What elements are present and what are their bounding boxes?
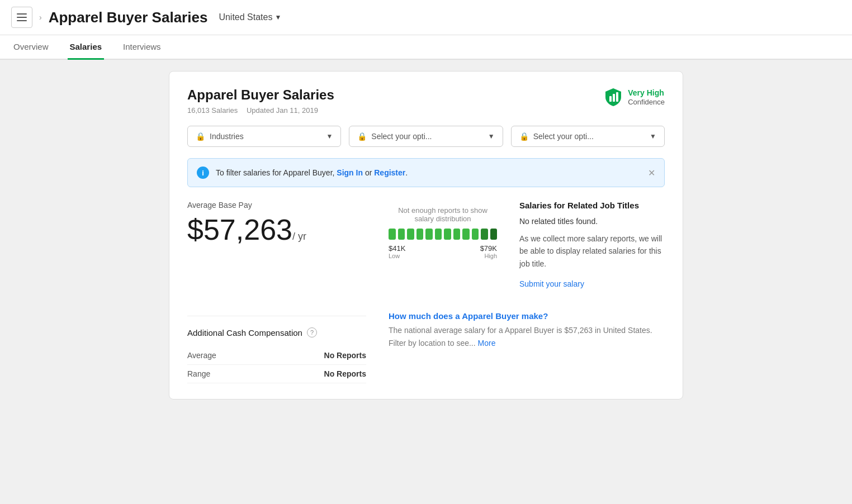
bar-seg-11	[481, 229, 488, 240]
how-much-title: How much does a Apparel Buyer make?	[389, 311, 665, 321]
related-none: No related titles found.	[519, 217, 665, 226]
salary-chart-area: Not enough reports to show salary distri…	[389, 201, 497, 259]
salary-count: 16,013 Salaries	[187, 106, 238, 115]
related-title: Salaries for Related Job Titles	[519, 201, 665, 210]
lock-icon-1: 🔒	[196, 132, 205, 141]
industries-filter[interactable]: 🔒 Industries ▼	[187, 126, 341, 147]
salary-amount: $57,263/ yr	[187, 214, 366, 246]
close-icon[interactable]: ✕	[648, 168, 655, 178]
more-link[interactable]: More	[478, 339, 496, 348]
salary-section: Average Base Pay $57,263/ yr Not enough …	[187, 201, 665, 289]
svg-rect-2	[616, 92, 618, 102]
tab-salaries[interactable]: Salaries	[68, 35, 105, 60]
card-meta: 16,013 Salaries Updated Jan 11, 2019	[187, 106, 334, 115]
filters-row: 🔒 Industries ▼ 🔒 Select your opti... ▼ 🔒…	[187, 126, 665, 147]
filter-3-label: Select your opti...	[533, 132, 645, 141]
additional-cash: Additional Cash Compensation ? Average N…	[187, 316, 366, 383]
bar-seg-6	[435, 229, 442, 240]
bar-label-high-area: $79K High	[480, 244, 497, 259]
bar-seg-7	[444, 229, 451, 240]
info-banner: i To filter salaries for Apparel Buyer, …	[187, 158, 665, 187]
bar-seg-8	[453, 229, 461, 240]
updated-date: Updated Jan 11, 2019	[247, 106, 318, 115]
breadcrumb-arrow: ›	[39, 13, 42, 22]
info-banner-text: To filter salaries for Apparel Buyer, Si…	[216, 168, 408, 177]
lock-icon-3: 🔒	[519, 132, 529, 141]
confidence-shield-icon	[603, 87, 623, 107]
chevron-down-icon-1: ▼	[326, 132, 333, 140]
main-content: Apparel Buyer Salaries 16,013 Salaries U…	[158, 60, 694, 411]
location-chevron-icon: ▼	[274, 13, 281, 21]
info-banner-left: i To filter salaries for Apparel Buyer, …	[197, 167, 408, 179]
confidence-label: Very High	[628, 88, 665, 98]
info-circle-icon: i	[197, 167, 209, 179]
submit-salary-link[interactable]: Submit your salary	[519, 279, 584, 288]
bar-low-value: $41K	[389, 244, 405, 253]
hamburger-button[interactable]	[11, 7, 32, 28]
question-icon[interactable]: ?	[307, 327, 317, 337]
filter-3[interactable]: 🔒 Select your opti... ▼	[511, 126, 665, 147]
range-value: No Reports	[324, 369, 366, 378]
range-cash-row: Range No Reports	[187, 365, 366, 383]
industries-label: Industries	[210, 132, 321, 141]
card-title-area: Apparel Buyer Salaries 16,013 Salaries U…	[187, 87, 334, 115]
card-header: Apparel Buyer Salaries 16,013 Salaries U…	[187, 87, 665, 115]
bar-high-label: High	[480, 253, 497, 259]
salary-card: Apparel Buyer Salaries 16,013 Salaries U…	[169, 71, 683, 400]
card-title: Apparel Buyer Salaries	[187, 87, 334, 103]
bottom-section: Additional Cash Compensation ? Average N…	[187, 298, 665, 383]
confidence-text-area: Very High Confidence	[628, 88, 665, 106]
additional-cash-header: Additional Cash Compensation ?	[187, 327, 366, 337]
average-cash-row: Average No Reports	[187, 346, 366, 365]
bar-seg-9	[462, 229, 470, 240]
additional-cash-title: Additional Cash Compensation	[187, 328, 302, 337]
avg-base-label: Average Base Pay	[187, 201, 366, 210]
range-label: Range	[187, 369, 210, 378]
location-text: United States	[219, 12, 272, 22]
bar-seg-2	[398, 229, 405, 240]
chart-note: Not enough reports to show salary distri…	[389, 206, 497, 223]
bottom-right: How much does a Apparel Buyer make? The …	[389, 298, 665, 383]
tabs-bar: Overview Salaries Interviews	[0, 35, 852, 60]
chevron-down-icon-3: ▼	[650, 132, 656, 140]
svg-rect-1	[613, 94, 615, 102]
page-title: Apparel Buyer Salaries	[49, 9, 208, 26]
svg-rect-0	[609, 96, 612, 102]
bar-seg-5	[425, 229, 433, 240]
location-selector[interactable]: United States ▼	[219, 12, 281, 22]
bar-labels: $41K Low $79K High	[389, 244, 497, 259]
bar-seg-1	[389, 229, 396, 240]
bar-seg-12	[490, 229, 498, 240]
related-desc: As we collect more salary reports, we wi…	[519, 232, 665, 270]
confidence-sub: Confidence	[628, 98, 665, 106]
tab-overview[interactable]: Overview	[11, 35, 51, 60]
chevron-down-icon-2: ▼	[488, 132, 495, 140]
salary-left: Average Base Pay $57,263/ yr	[187, 201, 366, 246]
bar-seg-3	[407, 229, 414, 240]
average-label: Average	[187, 351, 216, 360]
top-bar: › Apparel Buyer Salaries United States ▼	[0, 0, 852, 35]
tab-interviews[interactable]: Interviews	[121, 35, 163, 60]
average-value: No Reports	[324, 351, 366, 360]
filter-2-label: Select your opti...	[371, 132, 483, 141]
bar-seg-4	[416, 229, 424, 240]
bar-seg-10	[472, 229, 479, 240]
salary-right: Salaries for Related Job Titles No relat…	[519, 201, 665, 289]
bar-high-value: $79K	[480, 244, 497, 253]
register-link[interactable]: Register	[374, 168, 405, 177]
bottom-left: Additional Cash Compensation ? Average N…	[187, 298, 366, 383]
bar-label-low-area: $41K Low	[389, 244, 405, 259]
how-much-text: The national average salary for a Appare…	[389, 324, 665, 349]
confidence-badge: Very High Confidence	[603, 87, 665, 107]
sign-in-link[interactable]: Sign In	[337, 168, 363, 177]
salary-bar-chart	[389, 229, 497, 240]
salary-period: / yr	[292, 231, 306, 242]
lock-icon-2: 🔒	[357, 132, 367, 141]
how-much-section: How much does a Apparel Buyer make? The …	[389, 311, 665, 349]
filter-2[interactable]: 🔒 Select your opti... ▼	[349, 126, 503, 147]
bar-low-label: Low	[389, 253, 405, 259]
